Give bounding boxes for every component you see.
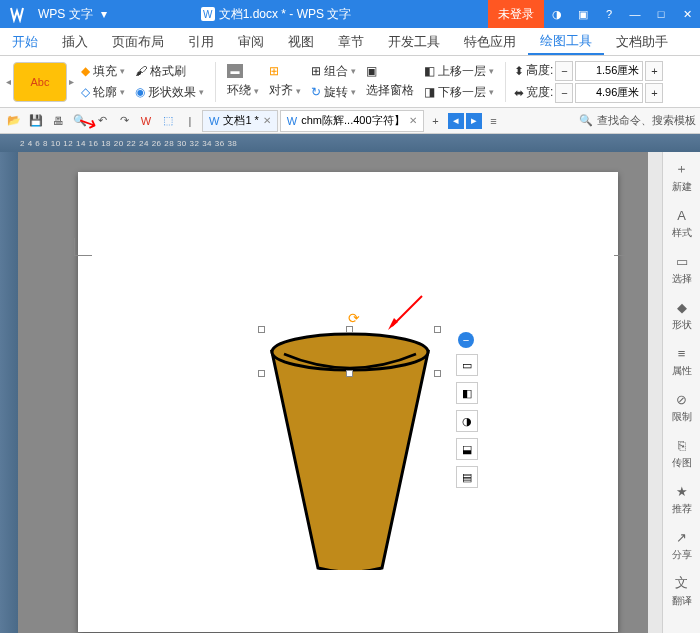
width-decrement[interactable]: − (555, 83, 573, 103)
help-icon[interactable]: ? (596, 0, 622, 28)
tab-insert[interactable]: 插入 (50, 28, 100, 55)
margin-corner-icon (74, 238, 92, 256)
tabnav-right-icon[interactable]: ▸ (466, 113, 482, 129)
close-icon[interactable]: ✕ (263, 115, 271, 126)
tab-dochelper[interactable]: 文档助手 (604, 28, 680, 55)
tab-pagelayout[interactable]: 页面布局 (100, 28, 176, 55)
tab-section[interactable]: 章节 (326, 28, 376, 55)
sidepanel-select[interactable]: ▭选择 (672, 252, 692, 286)
horizontal-ruler[interactable]: 2 4 6 8 10 12 14 16 18 20 22 24 26 28 30… (0, 134, 700, 152)
outline-button[interactable]: ◇轮廓▾ (78, 83, 128, 102)
tabnav-left-icon[interactable]: ◂ (448, 113, 464, 129)
pane-icon: ▣ (366, 64, 377, 78)
sidepanel-share[interactable]: ↗分享 (672, 528, 692, 562)
shapeeffect-button[interactable]: ◉形状效果▾ (132, 83, 207, 102)
selectionpane-button[interactable]: ▣ (363, 63, 417, 79)
shape-gallery[interactable]: ◂ Abc ▸ (6, 62, 74, 102)
rotate-button[interactable]: ↻旋转▾ (308, 83, 359, 102)
resize-handle[interactable] (434, 326, 441, 333)
chevron-down-icon: ▾ (351, 66, 356, 76)
login-button[interactable]: 未登录 (488, 0, 544, 28)
app-logo-icon (6, 3, 28, 25)
floatbtn-shadow[interactable]: ⬓ (456, 438, 478, 460)
floatbtn-fill[interactable]: ◧ (456, 382, 478, 404)
sidepanel-styles[interactable]: A样式 (672, 206, 692, 240)
wrap-label[interactable]: 环绕▾ (224, 81, 262, 100)
formatpainter-button[interactable]: 🖌格式刷 (132, 62, 207, 81)
chevron-down-icon: ▾ (199, 87, 204, 97)
tab-start[interactable]: 开始 (0, 28, 50, 55)
wrap-button[interactable]: ▬ (224, 63, 262, 79)
app-name: WPS 文字 (34, 6, 97, 23)
backward-icon: ◨ (424, 85, 435, 99)
resize-handle[interactable] (346, 326, 353, 333)
sidepanel-new[interactable]: ＋新建 (672, 160, 692, 194)
search-box[interactable]: 🔍 查找命令、搜索模板 (579, 113, 696, 128)
align-button[interactable]: ⊞ (266, 63, 304, 79)
selectionpane-label[interactable]: 选择窗格 (363, 81, 417, 100)
resize-handle[interactable] (258, 326, 265, 333)
close-button[interactable]: ✕ (674, 0, 700, 28)
height-decrement[interactable]: − (555, 61, 573, 81)
sidepanel-properties[interactable]: ≡属性 (672, 344, 692, 378)
sidepanel-shape[interactable]: ◆形状 (672, 298, 692, 332)
height-increment[interactable]: + (645, 61, 663, 81)
group-button[interactable]: ⊞组合▾ (308, 62, 359, 81)
tab-review[interactable]: 审阅 (226, 28, 276, 55)
doctab-1[interactable]: W 文档1 * ✕ (202, 110, 278, 132)
qat-print-icon[interactable]: 🖶 (48, 111, 68, 131)
chevron-down-icon: ▾ (489, 87, 494, 97)
sidepanel-recommend[interactable]: ★推荐 (672, 482, 692, 516)
shape-float-toolbar: ▭ ◧ ◑ ⬓ ▤ (456, 354, 478, 488)
sidepanel-translate[interactable]: 文翻译 (672, 574, 692, 608)
doctab-2[interactable]: W chm陈辉...400字符】 ✕ (280, 110, 424, 132)
chevron-down-icon: ▾ (296, 86, 301, 96)
floatbtn-layout[interactable]: ▭ (456, 354, 478, 376)
shape-style-preview[interactable]: Abc (13, 62, 67, 102)
height-input[interactable] (575, 61, 643, 81)
minimize-button[interactable]: — (622, 0, 648, 28)
align-label[interactable]: 对齐▾ (266, 81, 304, 100)
tab-view[interactable]: 视图 (276, 28, 326, 55)
selected-shape-cup[interactable] (262, 330, 438, 570)
resize-handle[interactable] (434, 370, 441, 377)
tabmenu-icon[interactable]: ≡ (484, 111, 504, 131)
document-canvas[interactable]: ⟳ − ▭ ◧ ◑ ⬓ ▤ (18, 152, 662, 633)
skin-icon[interactable]: ◑ (544, 0, 570, 28)
maximize-button[interactable]: □ (648, 0, 674, 28)
quick-access-toolbar: 📂 💾 🖶 🔍 ↶ ↷ W ⬚ | W 文档1 * ✕ W chm陈辉...40… (0, 108, 700, 134)
tab-drawing[interactable]: 绘图工具 (528, 28, 604, 55)
width-input[interactable] (575, 83, 643, 103)
tab-special[interactable]: 特色应用 (452, 28, 528, 55)
sidepanel-restrict[interactable]: ⊘限制 (672, 390, 692, 424)
qat-open-icon[interactable]: 📂 (4, 111, 24, 131)
resize-handle[interactable] (258, 370, 265, 377)
vertical-ruler[interactable] (0, 152, 18, 633)
qat-wps-icon[interactable]: W (136, 111, 156, 131)
floatbtn-outline[interactable]: ◑ (456, 410, 478, 432)
floatbtn-more[interactable]: ▤ (456, 466, 478, 488)
gallery-prev-icon[interactable]: ◂ (6, 76, 11, 87)
width-increment[interactable]: + (645, 83, 663, 103)
fill-button[interactable]: ◆填充▾ (78, 62, 128, 81)
rotate-handle-icon[interactable]: ⟳ (348, 310, 360, 326)
height-control: ⬍ 高度: − + (514, 61, 663, 81)
rotate-icon: ↻ (311, 85, 321, 99)
bringforward-button[interactable]: ◧上移一层▾ (421, 62, 497, 81)
sendbackward-button[interactable]: ◨下移一层▾ (421, 83, 497, 102)
qat-save-icon[interactable]: 💾 (26, 111, 46, 131)
gallery-next-icon[interactable]: ▸ (69, 76, 74, 87)
tab-devtools[interactable]: 开发工具 (376, 28, 452, 55)
collapse-floatmenu-icon[interactable]: − (458, 332, 474, 348)
vertical-scrollbar[interactable] (648, 152, 662, 633)
newtab-button[interactable]: + (426, 111, 446, 131)
settings-icon[interactable]: ▣ (570, 0, 596, 28)
tab-reference[interactable]: 引用 (176, 28, 226, 55)
align-icon: ⊞ (269, 64, 279, 78)
qat-redo-icon[interactable]: ↷ (114, 111, 134, 131)
close-icon[interactable]: ✕ (409, 115, 417, 126)
sidepanel-upload[interactable]: ⎘传图 (672, 436, 692, 470)
app-menu-dropdown-icon[interactable]: ▾ (97, 7, 111, 21)
resize-handle[interactable] (346, 370, 353, 377)
qat-cube-icon[interactable]: ⬚ (158, 111, 178, 131)
